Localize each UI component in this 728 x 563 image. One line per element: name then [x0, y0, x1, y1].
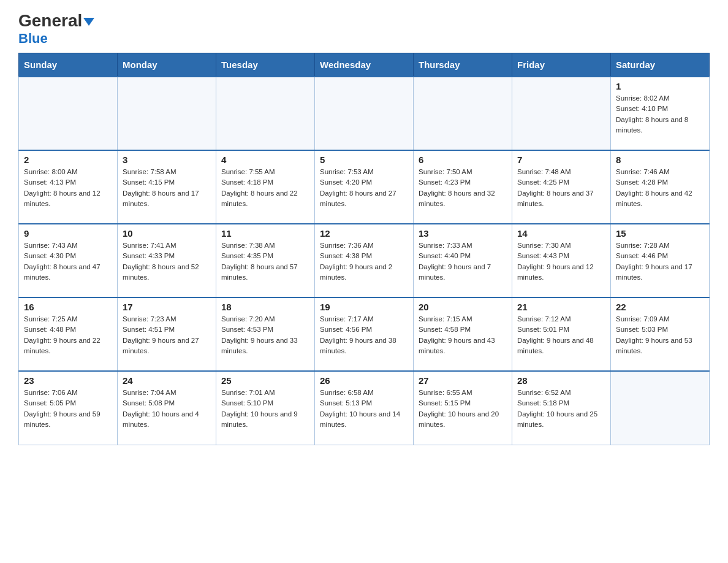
- day-number: 3: [123, 155, 211, 165]
- calendar-day-cell: [414, 77, 512, 150]
- day-number: 28: [517, 375, 605, 386]
- calendar-day-cell: 4Sunrise: 7:55 AMSunset: 4:18 PMDaylight…: [216, 150, 315, 224]
- day-info: Sunrise: 8:02 AMSunset: 4:10 PMDaylight:…: [616, 93, 704, 136]
- day-info: Sunrise: 7:25 AMSunset: 4:48 PMDaylight:…: [24, 314, 112, 356]
- day-number: 26: [320, 375, 408, 386]
- day-info: Sunrise: 7:36 AMSunset: 4:38 PMDaylight:…: [320, 240, 408, 283]
- calendar-day-cell: 6Sunrise: 7:50 AMSunset: 4:23 PMDaylight…: [414, 150, 512, 224]
- calendar-day-cell: 3Sunrise: 7:58 AMSunset: 4:15 PMDaylight…: [118, 150, 216, 224]
- day-number: 1: [616, 81, 704, 91]
- day-info: Sunrise: 7:58 AMSunset: 4:15 PMDaylight:…: [123, 167, 211, 209]
- calendar-day-cell: 23Sunrise: 7:06 AMSunset: 5:05 PMDayligh…: [19, 371, 118, 445]
- calendar-day-cell: 1Sunrise: 8:02 AMSunset: 4:10 PMDaylight…: [611, 77, 710, 150]
- calendar-day-cell: 17Sunrise: 7:23 AMSunset: 4:51 PMDayligh…: [118, 297, 216, 371]
- calendar-day-cell: 27Sunrise: 6:55 AMSunset: 5:15 PMDayligh…: [414, 371, 512, 445]
- calendar-day-cell: 14Sunrise: 7:30 AMSunset: 4:43 PMDayligh…: [512, 224, 611, 297]
- day-info: Sunrise: 7:30 AMSunset: 4:43 PMDaylight:…: [517, 240, 605, 283]
- day-number: 18: [221, 302, 309, 312]
- logo-general: General: [18, 11, 82, 30]
- day-number: 14: [517, 228, 605, 239]
- day-number: 4: [221, 155, 309, 165]
- day-number: 7: [517, 155, 605, 165]
- day-number: 12: [320, 228, 408, 239]
- day-of-week-header: Tuesday: [216, 53, 315, 77]
- day-info: Sunrise: 7:20 AMSunset: 4:53 PMDaylight:…: [221, 314, 309, 356]
- calendar-week-row: 23Sunrise: 7:06 AMSunset: 5:05 PMDayligh…: [19, 371, 710, 445]
- day-info: Sunrise: 7:15 AMSunset: 4:58 PMDaylight:…: [419, 314, 507, 356]
- day-number: 2: [24, 155, 112, 165]
- day-of-week-header: Monday: [118, 53, 216, 77]
- day-number: 11: [221, 228, 309, 239]
- day-info: Sunrise: 7:43 AMSunset: 4:30 PMDaylight:…: [24, 240, 112, 283]
- day-info: Sunrise: 7:33 AMSunset: 4:40 PMDaylight:…: [419, 240, 507, 283]
- calendar-day-cell: [512, 77, 611, 150]
- day-of-week-header: Friday: [512, 53, 611, 77]
- calendar-day-cell: 22Sunrise: 7:09 AMSunset: 5:03 PMDayligh…: [611, 297, 710, 371]
- day-number: 15: [616, 228, 704, 239]
- day-of-week-header: Sunday: [19, 53, 118, 77]
- day-info: Sunrise: 7:50 AMSunset: 4:23 PMDaylight:…: [419, 167, 507, 209]
- calendar-day-cell: 19Sunrise: 7:17 AMSunset: 4:56 PMDayligh…: [315, 297, 414, 371]
- day-of-week-header: Wednesday: [315, 53, 414, 77]
- day-info: Sunrise: 6:55 AMSunset: 5:15 PMDaylight:…: [419, 388, 507, 430]
- calendar-header-row: SundayMondayTuesdayWednesdayThursdayFrid…: [19, 53, 710, 77]
- day-info: Sunrise: 7:53 AMSunset: 4:20 PMDaylight:…: [320, 167, 408, 209]
- calendar-day-cell: 8Sunrise: 7:46 AMSunset: 4:28 PMDaylight…: [611, 150, 710, 224]
- calendar-day-cell: [118, 77, 216, 150]
- day-of-week-header: Saturday: [611, 53, 710, 77]
- calendar-day-cell: 10Sunrise: 7:41 AMSunset: 4:33 PMDayligh…: [118, 224, 216, 297]
- day-info: Sunrise: 7:41 AMSunset: 4:33 PMDaylight:…: [123, 240, 211, 283]
- day-info: Sunrise: 6:52 AMSunset: 5:18 PMDaylight:…: [517, 388, 605, 430]
- calendar-day-cell: 18Sunrise: 7:20 AMSunset: 4:53 PMDayligh…: [216, 297, 315, 371]
- calendar-day-cell: 9Sunrise: 7:43 AMSunset: 4:30 PMDaylight…: [19, 224, 118, 297]
- calendar-day-cell: 11Sunrise: 7:38 AMSunset: 4:35 PMDayligh…: [216, 224, 315, 297]
- day-info: Sunrise: 7:48 AMSunset: 4:25 PMDaylight:…: [517, 167, 605, 209]
- day-number: 5: [320, 155, 408, 165]
- day-number: 17: [123, 302, 211, 312]
- day-number: 6: [419, 155, 507, 165]
- calendar-day-cell: 20Sunrise: 7:15 AMSunset: 4:58 PMDayligh…: [414, 297, 512, 371]
- day-info: Sunrise: 7:06 AMSunset: 5:05 PMDaylight:…: [24, 388, 112, 430]
- day-number: 22: [616, 302, 704, 312]
- day-info: Sunrise: 7:28 AMSunset: 4:46 PMDaylight:…: [616, 240, 704, 283]
- day-info: Sunrise: 7:12 AMSunset: 5:01 PMDaylight:…: [517, 314, 605, 356]
- calendar-day-cell: 15Sunrise: 7:28 AMSunset: 4:46 PMDayligh…: [611, 224, 710, 297]
- day-info: Sunrise: 7:09 AMSunset: 5:03 PMDaylight:…: [616, 314, 704, 356]
- day-number: 25: [221, 375, 309, 386]
- calendar-day-cell: 5Sunrise: 7:53 AMSunset: 4:20 PMDaylight…: [315, 150, 414, 224]
- day-info: Sunrise: 7:46 AMSunset: 4:28 PMDaylight:…: [616, 167, 704, 209]
- calendar-day-cell: [19, 77, 118, 150]
- calendar-day-cell: [315, 77, 414, 150]
- calendar-day-cell: 26Sunrise: 6:58 AMSunset: 5:13 PMDayligh…: [315, 371, 414, 445]
- calendar-week-row: 2Sunrise: 8:00 AMSunset: 4:13 PMDaylight…: [19, 150, 710, 224]
- day-info: Sunrise: 7:17 AMSunset: 4:56 PMDaylight:…: [320, 314, 408, 356]
- day-info: Sunrise: 7:38 AMSunset: 4:35 PMDaylight:…: [221, 240, 309, 283]
- day-number: 9: [24, 228, 112, 239]
- day-number: 8: [616, 155, 704, 165]
- day-number: 19: [320, 302, 408, 312]
- logo-text: General: [18, 12, 94, 29]
- day-info: Sunrise: 7:01 AMSunset: 5:10 PMDaylight:…: [221, 388, 309, 430]
- day-number: 13: [419, 228, 507, 239]
- day-info: Sunrise: 7:23 AMSunset: 4:51 PMDaylight:…: [123, 314, 211, 356]
- day-number: 10: [123, 228, 211, 239]
- logo: General Blue: [18, 12, 94, 47]
- day-info: Sunrise: 6:58 AMSunset: 5:13 PMDaylight:…: [320, 388, 408, 430]
- calendar-week-row: 9Sunrise: 7:43 AMSunset: 4:30 PMDaylight…: [19, 224, 710, 297]
- day-number: 23: [24, 375, 112, 386]
- calendar-week-row: 1Sunrise: 8:02 AMSunset: 4:10 PMDaylight…: [19, 77, 710, 150]
- calendar-day-cell: [216, 77, 315, 150]
- calendar-day-cell: 2Sunrise: 8:00 AMSunset: 4:13 PMDaylight…: [19, 150, 118, 224]
- day-number: 20: [419, 302, 507, 312]
- day-number: 21: [517, 302, 605, 312]
- logo-blue: Blue: [18, 31, 48, 47]
- logo-arrow-icon: [83, 18, 94, 26]
- day-number: 16: [24, 302, 112, 312]
- calendar-day-cell: 21Sunrise: 7:12 AMSunset: 5:01 PMDayligh…: [512, 297, 611, 371]
- calendar-day-cell: 24Sunrise: 7:04 AMSunset: 5:08 PMDayligh…: [118, 371, 216, 445]
- day-number: 27: [419, 375, 507, 386]
- calendar-day-cell: 28Sunrise: 6:52 AMSunset: 5:18 PMDayligh…: [512, 371, 611, 445]
- calendar-day-cell: 7Sunrise: 7:48 AMSunset: 4:25 PMDaylight…: [512, 150, 611, 224]
- calendar-day-cell: 13Sunrise: 7:33 AMSunset: 4:40 PMDayligh…: [414, 224, 512, 297]
- calendar-day-cell: 12Sunrise: 7:36 AMSunset: 4:38 PMDayligh…: [315, 224, 414, 297]
